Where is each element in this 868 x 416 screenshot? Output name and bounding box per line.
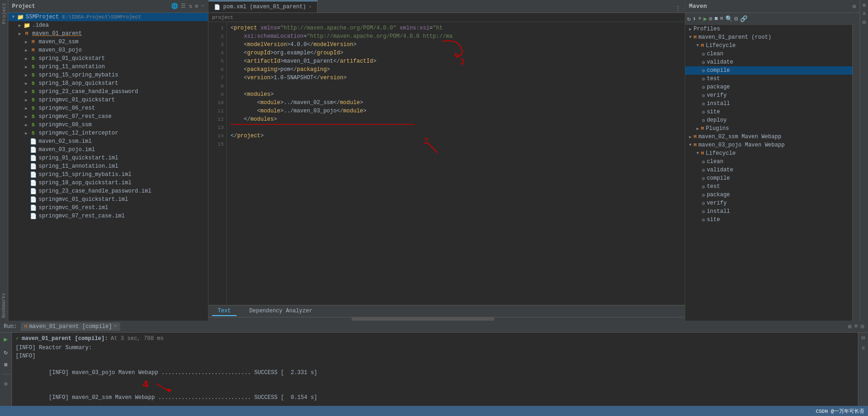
tree-springmvc06-iml[interactable]: ▶ 📄 springmvc_06_rest.iml: [8, 204, 208, 212]
maven-stop-icon[interactable]: ■: [714, 15, 718, 22]
tree-idea[interactable]: ▶ 📁 .idea: [8, 21, 208, 29]
maven-test3[interactable]: ⚙ test: [685, 182, 852, 191]
code-view[interactable]: <project xmlns="http://maven.apache.org/…: [227, 22, 685, 305]
tree-spring-11[interactable]: ▶ S spring_11_annotation: [8, 63, 208, 71]
tree-spring-23[interactable]: ▶ S spring_23_case_handle_password: [8, 88, 208, 96]
maven-settings-icon[interactable]: ⚙: [852, 3, 856, 10]
maven-collapse-icon[interactable]: ⊟: [735, 15, 738, 23]
tree-spring15-iml[interactable]: ▶ 📄 spring_15_spring_mybatis.iml: [8, 170, 208, 179]
tree-springmvc-06[interactable]: ▶ S springmvc_06_rest: [8, 104, 208, 112]
maven-profiles-icon[interactable]: ≡: [720, 15, 723, 22]
maven-install3[interactable]: ⚙ install: [685, 207, 852, 216]
maven-find-icon[interactable]: 🔍: [725, 15, 733, 23]
run-rerun-icon[interactable]: ↻: [1, 347, 11, 357]
maven-skip-icon[interactable]: ⊘: [709, 15, 712, 23]
tree-maven-01-parent[interactable]: ▶ M maven_01_parent: [8, 29, 208, 38]
run-stop-icon[interactable]: ■: [1, 360, 11, 369]
editor-tab-pom[interactable]: 📄 pom.xml (maven_01_parent) ×: [208, 0, 318, 12]
tab-dependency[interactable]: Dependency Analyzer: [244, 307, 318, 316]
tree-springmvc01-iml[interactable]: ▶ 📄 springmvc_01_quickstart.iml: [8, 195, 208, 204]
tab-text[interactable]: Text: [212, 307, 237, 316]
root-arrow: ▼: [10, 14, 17, 20]
right-lines2-icon[interactable]: ⊟: [862, 19, 866, 26]
tree-springmvc-07[interactable]: ▶ S springmvc_07_rest_case: [8, 112, 208, 121]
maven-install[interactable]: ⚙ install: [685, 100, 852, 108]
tree-springmvc-01[interactable]: ▶ S springmvc_01_quickstart: [8, 96, 208, 104]
maven-test[interactable]: ⚙ test: [685, 75, 852, 83]
run-tab-close[interactable]: ×: [114, 324, 116, 329]
tree-springmvc07-iml[interactable]: ▶ 📄 springmvc_07_rest_case.iml: [8, 212, 208, 220]
run-settings2-icon[interactable]: ⚙: [1, 379, 11, 388]
maven-run-icon[interactable]: ▶: [703, 15, 707, 23]
tree-maven03-iml[interactable]: ▶ 📄 maven_03_pojo.iml: [8, 146, 208, 154]
tree-root[interactable]: ▼ 📁 SSMProject E:\IDEA-Project\SSMProjec…: [8, 13, 208, 21]
editor-hscrollbar[interactable]: [208, 317, 685, 321]
tree-springmvc-08[interactable]: ▶ S springmvc_08_ssm: [8, 121, 208, 129]
tree-spring18-iml[interactable]: ▶ 📄 spring_18_aop_quickstart.iml: [8, 179, 208, 187]
maven-vscrollbar[interactable]: [852, 25, 860, 321]
right-settings-icon[interactable]: ⚙: [862, 2, 866, 9]
maven-validate3[interactable]: ⚙ validate: [685, 166, 852, 174]
line-num-2: 2: [208, 32, 224, 41]
profiles-arrow: ▶: [687, 26, 694, 32]
maven-verify[interactable]: ⚙ verify: [685, 91, 852, 100]
maven-package3[interactable]: ⚙ package: [685, 191, 852, 199]
maven-lifecycle-3[interactable]: ▼ M Lifecycle: [685, 149, 852, 158]
springmvc06-icon: S: [29, 105, 37, 112]
maven-profiles[interactable]: ▶ Profiles: [685, 25, 852, 33]
tree-spring01-iml[interactable]: ▶ 📄 spring_01_quickstart.iml: [8, 154, 208, 162]
maven-refresh-icon[interactable]: ↻: [687, 15, 691, 23]
tree-spring11-iml[interactable]: ▶ 📄 spring_11_annotation.iml: [8, 162, 208, 170]
maven-clean[interactable]: ⚙ clean: [685, 50, 852, 58]
maven-verify3[interactable]: ⚙ verify: [685, 199, 852, 207]
sort-icon[interactable]: ⇅: [189, 3, 192, 10]
maven-clean3[interactable]: ⚙ clean: [685, 158, 852, 166]
line-num-6: 6: [208, 65, 224, 74]
code-line-6: <packaging>pom</packaging>: [231, 65, 681, 74]
run-panel-settings[interactable]: ⚙: [848, 323, 852, 330]
maven-compile3[interactable]: ⚙ compile: [685, 174, 852, 182]
code-editor[interactable]: 123456789101112131415 <project xmlns="ht…: [208, 22, 685, 305]
right-lines-icon[interactable]: ≡: [862, 11, 866, 17]
run-tab[interactable]: M maven_01_parent [compile] ×: [21, 322, 121, 331]
maven-package[interactable]: ⚙ package: [685, 83, 852, 91]
run-left-icon1[interactable]: ⊟: [862, 334, 865, 341]
plugins-arrow: ▶: [694, 125, 701, 132]
globe-icon[interactable]: 🌐: [171, 3, 178, 10]
maven-site3[interactable]: ⚙ site: [685, 216, 852, 224]
maven-deploy[interactable]: ⚙ deploy: [685, 116, 852, 124]
bookmarks-label[interactable]: Bookmarks: [0, 290, 7, 321]
list-icon[interactable]: ☰: [181, 3, 186, 10]
tree-maven02-iml[interactable]: ▶ 📄 maven_02_ssm.iml: [8, 137, 208, 146]
run-play-icon[interactable]: ▶: [1, 334, 11, 344]
run-panel-lines2[interactable]: ⊟: [861, 323, 864, 330]
root-folder-icon: 📁: [17, 13, 24, 21]
maven-download-icon[interactable]: ⬇: [693, 15, 696, 23]
editor-menu-icon[interactable]: ⋮: [675, 5, 681, 12]
maven-validate[interactable]: ⚙ validate: [685, 58, 852, 66]
maven-compile[interactable]: ⚙ compile: [685, 66, 852, 75]
maven-lifecycle-1[interactable]: ▼ M Lifecycle: [685, 41, 852, 50]
maven-panel: Maven ⚙ ↻ ⬇ + ▶ ⊘ ■ ≡ 🔍 ⊟ 🔗: [685, 0, 860, 321]
tree-spring-01[interactable]: ▶ S spring_01_quickstart: [8, 54, 208, 63]
maven-site[interactable]: ⚙ site: [685, 108, 852, 116]
run-panel-lines[interactable]: ≡: [854, 323, 858, 330]
tab-close-btn[interactable]: ×: [309, 5, 312, 10]
tree-maven-03-pojo[interactable]: ▶ M maven_03_pojo: [8, 46, 208, 54]
tree-springmvc-12[interactable]: ▶ S springmvc_12_interceptor: [8, 129, 208, 137]
settings-icon[interactable]: ⚙: [195, 3, 198, 10]
maven-add-icon[interactable]: +: [698, 15, 702, 22]
maven-link-icon[interactable]: 🔗: [740, 15, 747, 23]
run-left-icon2[interactable]: ≡: [862, 345, 865, 352]
project-label[interactable]: Project: [0, 0, 8, 27]
tree-spring-15[interactable]: ▶ S spring_15_spring_mybatis: [8, 71, 208, 79]
tree-spring-18[interactable]: ▶ S spring_18_aop_quickstart: [8, 79, 208, 88]
plugins-icon: M: [701, 126, 704, 131]
maven-root-item[interactable]: ▼ M maven_01_parent (root): [685, 33, 852, 41]
tree-spring23-iml[interactable]: ▶ 📄 spring_23_case_handle_password.iml: [8, 187, 208, 195]
tree-maven-02-ssm[interactable]: ▶ M maven_02_ssm: [8, 38, 208, 46]
minimize-icon[interactable]: −: [201, 3, 204, 10]
maven-02-webapp[interactable]: ▶ M maven_02_ssm Maven Webapp: [685, 133, 852, 141]
maven-plugins[interactable]: ▶ M Plugins: [685, 124, 852, 133]
maven-03-webapp[interactable]: ▼ M maven_03_pojo Maven Webapp: [685, 141, 852, 149]
